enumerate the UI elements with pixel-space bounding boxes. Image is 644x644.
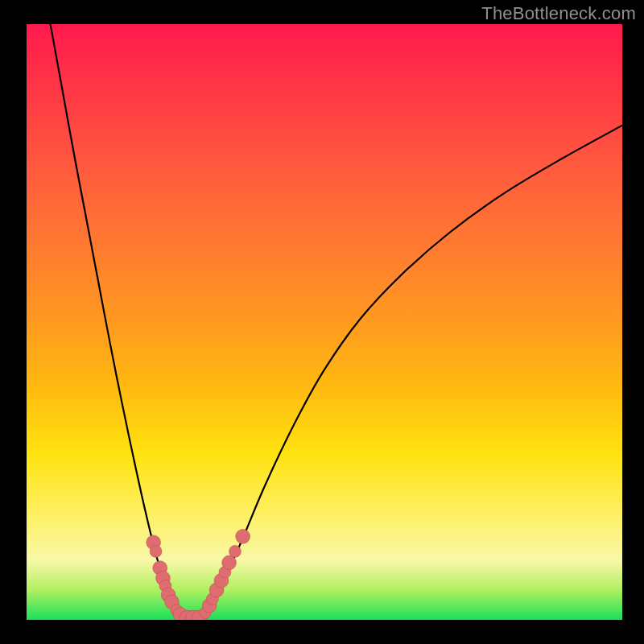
data-markers bbox=[147, 530, 250, 620]
watermark-text: TheBottleneck.com bbox=[481, 3, 636, 24]
chart-svg bbox=[27, 24, 622, 620]
data-marker bbox=[150, 546, 162, 558]
curve-left-branch bbox=[51, 24, 188, 620]
curve-right-branch bbox=[200, 126, 622, 620]
data-marker bbox=[229, 546, 242, 558]
chart-frame: TheBottleneck.com bbox=[0, 0, 644, 644]
plot-area bbox=[27, 24, 622, 620]
data-marker bbox=[236, 530, 250, 544]
data-marker bbox=[222, 555, 237, 570]
